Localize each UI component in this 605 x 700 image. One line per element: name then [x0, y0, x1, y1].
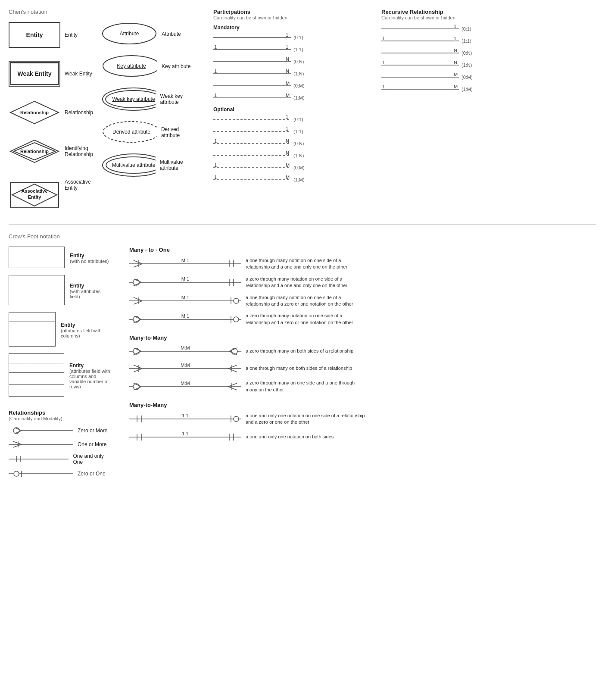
derived-attribute-shape: Derived attribute: [101, 120, 157, 144]
svg-text:1: 1: [214, 175, 217, 180]
svg-text:1: 1: [454, 37, 456, 41]
svg-text:M:M: M:M: [181, 345, 190, 350]
part-mandatory-0-n: N (0:N): [213, 57, 368, 66]
recursive-row-3: 1 N (1:N): [381, 61, 502, 69]
svg-text:N: N: [286, 57, 289, 62]
svg-text:1: 1: [214, 45, 217, 50]
cf-entity-varrows-rows: [9, 373, 64, 396]
part-optional-0-1: 1 (0:1): [213, 115, 368, 124]
recursive-subtitle: Cardinality can be shown or hidden: [381, 15, 502, 20]
svg-text:1: 1: [286, 33, 288, 38]
svg-text:N: N: [286, 151, 289, 156]
part-mandatory-1-n: 1 N (1:N): [213, 69, 368, 78]
svg-text:Key attribute: Key attribute: [117, 63, 146, 69]
recursive-row-2: N (0:N): [381, 49, 502, 57]
cf-entity-plain-label: Entity: [70, 253, 109, 259]
cf-var-row-1: [9, 373, 64, 384]
cf-entity-attrs-sublabel: (with attributes field): [70, 289, 112, 299]
cf-mm-sym-0: M:M: [129, 345, 241, 357]
svg-point-78: [14, 471, 19, 476]
many-to-many-title: Many-to-Many: [129, 334, 596, 341]
svg-line-130: [228, 383, 237, 387]
cf-entity-attrs-body: [9, 286, 64, 305]
rl-zero-more-sym: [9, 425, 73, 436]
svg-text:M: M: [286, 81, 290, 86]
cf-m1-sym-2: M:1: [129, 295, 241, 307]
cf-entity-cols-sublabel: (attributes field with columns): [61, 328, 112, 338]
cf-m1-row-0: M:1 a one through many notation on one s…: [129, 257, 596, 271]
svg-point-106: [234, 317, 239, 322]
weak-entity-desc: Weak Entity: [65, 71, 99, 77]
cf-entity-attrs-header: [9, 275, 64, 286]
recursive-line-4: M: [381, 73, 459, 81]
recursive-card-0: (0:1): [462, 26, 471, 31]
cf-mm-desc-0: a zero through many on both sides of a r…: [246, 348, 353, 354]
part-cardinality-1-1: (1:1): [293, 47, 311, 52]
recursive-card-2: (0:N): [462, 50, 472, 56]
recursive-line-1: 1 1: [381, 37, 459, 45]
one-to-one-section: Many-to-Many 1:1: [129, 402, 596, 443]
multivalue-attribute-row: Multivalue attribute Multivalue attribut…: [101, 153, 196, 178]
cf-var-row-2-left: [9, 385, 26, 397]
cf-m1-desc-1: a zero through many notation on one side…: [246, 276, 366, 289]
svg-point-136: [234, 416, 239, 422]
weak-entity-row: Weak Entity Weak Entity: [9, 61, 88, 87]
part-optional-1-m-2: 1 M (1:M): [213, 175, 368, 184]
chen-section: Chen's notation Entity Entity: [9, 9, 196, 216]
part-opt-cardinality-1-m: (1:M): [293, 177, 305, 182]
cf-var-row-1-right: [26, 373, 64, 384]
rl-zero-more: Zero or More: [9, 425, 112, 436]
svg-text:Relationship: Relationship: [20, 110, 49, 115]
svg-line-96: [134, 297, 142, 301]
recursive-line-5: 1 M: [381, 85, 459, 94]
part-cardinality-0-n: (0:N): [293, 59, 311, 64]
rels-legend-title: Relationships: [9, 409, 112, 416]
part-line-mandatory-0-n: N: [213, 57, 291, 66]
recursive-line-3: 1 N: [381, 61, 459, 69]
derived-attribute-desc: Derived attribute: [161, 126, 196, 138]
associative-entity-shape: Associative Entity: [9, 179, 60, 211]
svg-text:N: N: [286, 139, 289, 144]
part-line-mandatory-0-1: 1: [213, 33, 291, 42]
crows-left-column: Entity (with no attributes) Entity: [9, 247, 112, 482]
recursive-row-5: 1 M (1:M): [381, 85, 502, 94]
part-line-mandatory-1-n: 1 N: [213, 69, 291, 78]
svg-text:M: M: [286, 175, 290, 180]
recursive-section: Recursive Relationship Cardinality can b…: [381, 9, 502, 216]
rl-zero-more-label: Zero or More: [78, 428, 107, 434]
rl-one-one-sym: [9, 454, 69, 464]
rels-legend-sub: (Cardinality and Modality): [9, 416, 112, 421]
svg-text:1: 1: [382, 85, 385, 89]
participations-subtitle: Cardinality can be shown or hidden: [213, 15, 368, 20]
cf-mm-desc-2: a zero through many on one side and a on…: [246, 380, 366, 393]
part-optional-0-m-2: 1 M (0:M): [213, 163, 368, 172]
svg-text:M: M: [454, 73, 458, 77]
relationship-row: Relationship Relationship: [9, 100, 88, 125]
part-mandatory-0-m: M (0:M): [213, 81, 368, 90]
svg-text:Attribute: Attribute: [120, 31, 139, 37]
cf-var-row-1-left: [9, 373, 26, 384]
cf-entity-varrows-shape: [9, 353, 64, 397]
cf-11-row-0: 1:1 a one and only one notation on one s…: [129, 412, 596, 426]
cf-mm-sym-1: M:M: [129, 362, 241, 375]
section-divider: [9, 224, 596, 225]
svg-text:M: M: [286, 163, 290, 168]
cf-entity-varrows-label: Entity: [69, 362, 112, 369]
participations-title: Participations: [213, 9, 368, 15]
svg-line-73: [13, 444, 22, 447]
attribute-row: Attribute Attribute: [101, 22, 196, 46]
part-line-optional-1-1: 1: [213, 127, 291, 136]
associative-entity-row: Associative Entity Associative Entity: [9, 179, 88, 211]
rels-legend: Relationships (Cardinality and Modality): [9, 409, 112, 479]
part-line-mandatory-1-m: 1 M: [213, 94, 291, 102]
svg-text:M: M: [286, 94, 290, 98]
recursive-card-3: (1:N): [462, 62, 472, 68]
cf-var-row-2-right: [26, 385, 64, 397]
entity-row: Entity Entity: [9, 22, 88, 48]
part-optional-1-1: 1 (1:1): [213, 127, 368, 136]
svg-line-72: [13, 441, 22, 444]
part-opt-cardinality-1-n: (1:N): [293, 153, 304, 158]
crows-main: Entity (with no attributes) Entity: [9, 247, 596, 482]
svg-text:1: 1: [454, 25, 456, 29]
part-cardinality-1-m: (1:M): [293, 95, 311, 100]
